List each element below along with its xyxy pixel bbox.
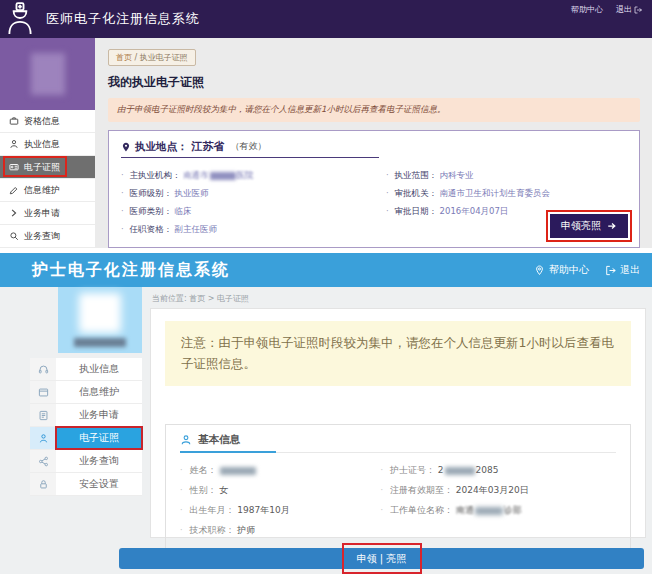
apply-display-certificate-button[interactable]: 申领 | 亮照 (119, 548, 644, 569)
field-birth-date: · 出生年月： 1987年10月 (180, 504, 381, 517)
sidebar-item-label: 电子证照 (56, 427, 142, 449)
sidebar-item-label: 业务查询 (56, 450, 142, 472)
doctor-help-label: 帮助中心 (571, 4, 603, 15)
doctor-avatar-panel (0, 38, 95, 110)
practice-location-status: （有效） (231, 140, 267, 153)
doctor-sidebar: 资格信息 执业信息 电子证照 信息维护 (0, 38, 95, 248)
browser-edit-icon (30, 381, 56, 403)
document-edit-icon (30, 404, 56, 426)
id-badge-icon (30, 427, 56, 449)
sidebar-item-label: 执业信息 (24, 138, 60, 151)
doctor-avatar-photo (31, 53, 65, 95)
share-query-icon (30, 450, 56, 472)
field-value: 2024年03月20日 (456, 485, 529, 495)
doctor-help-link[interactable]: 帮助中心 (571, 4, 603, 15)
breadcrumb-current: 执业电子证照 (140, 53, 188, 62)
value-suffix: 2085 (476, 465, 499, 475)
sidebar-item-info-maintenance[interactable]: 信息维护 (30, 381, 142, 404)
sidebar-item-qualification-info[interactable]: 资格信息 (0, 110, 95, 133)
lock-icon (30, 473, 56, 495)
field-value: 副主任医师 (175, 224, 218, 234)
search-icon (9, 231, 19, 241)
field-qualification: · 任职资格： 副主任医师 (121, 224, 386, 236)
doctor-logo-icon (3, 2, 37, 36)
sidebar-item-business-application[interactable]: 业务申请 (0, 202, 95, 225)
bullet: · (386, 206, 389, 216)
nurse-header-links: 帮助中心 退出 (534, 263, 640, 277)
sidebar-item-label: 业务申请 (24, 207, 60, 220)
sidebar-item-practice-info[interactable]: 执业信息 (30, 358, 142, 381)
sidebar-item-label: 安全设置 (56, 473, 142, 495)
license-card: 执业地点： 江苏省 （有效） · 主执业机构： 南通市医院 (108, 130, 640, 248)
nurse-notice-banner: 注意：由于申领电子证照时段较为集中，请您在个人信息更新1小时以后查看电子证照信息… (165, 321, 631, 386)
bullet: · (180, 526, 183, 535)
breadcrumb: 首页 / 执业电子证照 (108, 49, 196, 66)
bullet: · (121, 224, 124, 234)
field-practice-scope: · 执业范围： 内科专业 (386, 170, 627, 182)
field-name: · 姓名： (180, 464, 381, 477)
headset-icon (30, 358, 56, 380)
sidebar-item-business-query[interactable]: 业务查询 (0, 225, 95, 248)
id-card-icon (9, 162, 19, 172)
nurse-help-link[interactable]: 帮助中心 (534, 263, 589, 277)
field-label: 医师级别： (129, 188, 172, 198)
bullet: · (386, 188, 389, 198)
doctor-header: 医师电子化注册信息系统 帮助中心 退出 (0, 0, 652, 38)
field-label: 执业范围： (394, 170, 437, 180)
basic-info-header: 基本信息 (180, 433, 616, 453)
nurse-content-panel: 注意：由于申领电子证照时段较为集中，请您在个人信息更新1小时以后查看电子证照信息… (150, 308, 646, 538)
sidebar-item-info-maintenance[interactable]: 信息维护 (0, 179, 95, 202)
sidebar-item-security-settings[interactable]: 安全设置 (30, 473, 142, 496)
field-label: 审批日期： (394, 206, 437, 216)
sidebar-item-electronic-certificate[interactable]: 电子证照 (0, 156, 95, 179)
sidebar-item-electronic-certificate[interactable]: 电子证照 (30, 427, 142, 450)
value-suffix: 诊部 (504, 505, 522, 515)
blurred-text-block (220, 467, 256, 475)
page: 医师电子化注册信息系统 帮助中心 退出 资格信息 (0, 0, 652, 574)
logout-icon (634, 6, 642, 14)
doctor-system-title: 医师电子化注册信息系统 (46, 10, 200, 28)
help-pin-icon (534, 265, 545, 276)
doctor-notice-banner: 由于申领电子证照时段较为集中，请您在个人信息更新1小时以后再查看电子证照信息。 (108, 98, 640, 122)
sidebar-item-label: 电子证照 (24, 161, 60, 174)
sidebar-item-practice-info[interactable]: 执业信息 (0, 133, 95, 156)
apply-certificate-label: 申领亮照 (561, 219, 601, 233)
nurse-sidebar: 执业信息 信息维护 业务申请 电子证照 (0, 287, 142, 496)
basic-info-right: · 护士证号： 22085 · 注册有效期至： 2024年03月20日 (381, 457, 616, 544)
sidebar-item-business-application[interactable]: 业务申请 (30, 404, 142, 427)
field-physician-level: · 医师级别： 执业医师 (121, 188, 386, 200)
red-annotation-box: 申领亮照 (546, 210, 632, 242)
location-pin-icon (121, 142, 131, 152)
bullet: · (121, 206, 124, 216)
nurse-logout-label: 退出 (620, 263, 640, 277)
nurse-system-title: 护士电子化注册信息系统 (32, 260, 230, 281)
value-suffix: 医院 (237, 170, 254, 180)
blurred-text-block (475, 507, 503, 515)
bullet: · (180, 466, 183, 475)
bullet: · (381, 466, 384, 475)
doctor-logout-link[interactable]: 退出 (616, 4, 642, 15)
doctor-body: 资格信息 执业信息 电子证照 信息维护 (0, 38, 652, 248)
page-title: 我的执业电子证照 (108, 74, 640, 91)
bullet: · (381, 486, 384, 495)
value-prefix: 2 (438, 465, 444, 475)
field-work-unit: · 工作单位名称： 南通诊部 (381, 504, 616, 517)
sidebar-item-label: 业务查询 (24, 230, 60, 243)
breadcrumb-home-link[interactable]: 首页 (116, 53, 132, 62)
nurse-main-content: 当前位置: 首页 > 电子证照 注意：由于申领电子证照时段较为集中，请您在个人信… (150, 287, 646, 538)
field-value: 护师 (237, 525, 255, 535)
field-label: 主执业机构： (129, 170, 180, 180)
breadcrumb-separator: / (135, 53, 138, 62)
blurred-text-block (445, 467, 475, 475)
field-label: 性别： (189, 485, 216, 495)
sidebar-item-business-query[interactable]: 业务查询 (30, 450, 142, 473)
field-label: 出生年月： (189, 505, 234, 515)
apply-certificate-button[interactable]: 申领亮照 (550, 214, 628, 238)
field-label: 护士证号： (390, 465, 435, 475)
nurse-avatar-photo (79, 293, 121, 333)
field-technical-title: · 技术职称： 护师 (180, 524, 381, 537)
bullet: · (381, 506, 384, 515)
field-label: 注册有效期至： (390, 485, 453, 495)
field-value: 临床 (175, 206, 192, 216)
nurse-logout-link[interactable]: 退出 (605, 263, 640, 277)
